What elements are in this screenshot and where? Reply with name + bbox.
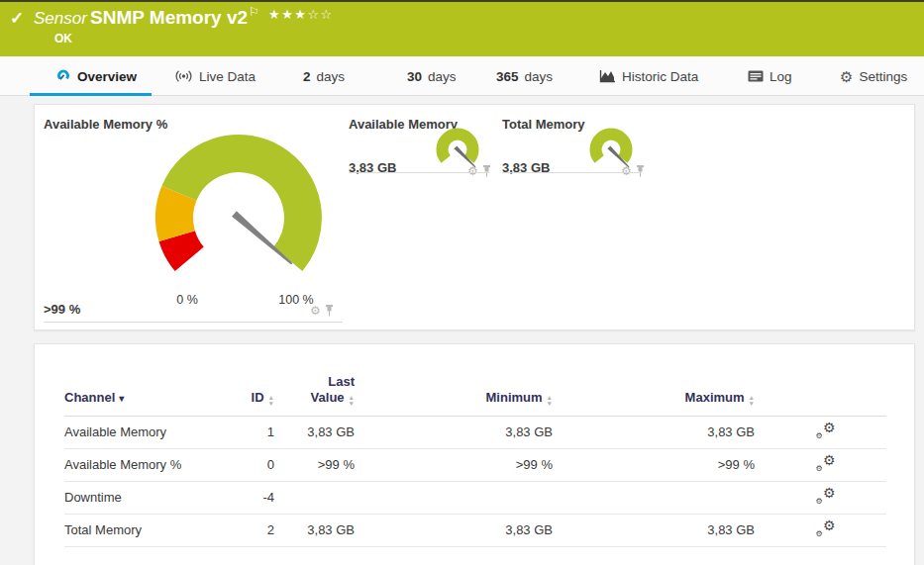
gauges-card: Available Memory % 0 % 100 % >99 % ⚙ Ava…: [34, 104, 915, 330]
tab-bar: Overview Live Data 2 days 30 days 365 da…: [0, 56, 924, 96]
status-badge: OK: [54, 32, 72, 46]
cell-minimum: 3,83 GB: [355, 514, 553, 546]
tab-overview[interactable]: Overview: [55, 56, 137, 96]
tab-historic-data[interactable]: Historic Data: [599, 56, 698, 96]
gauge-zone-red: [177, 236, 190, 259]
sort-icon: ▲▼: [547, 395, 553, 406]
tab-2-days[interactable]: 2 days: [303, 56, 345, 96]
sorted-desc-icon: ▾: [119, 393, 124, 404]
channel-row: Available Memory % 0 >99 % >99 % >99 %: [64, 448, 886, 481]
tab-settings[interactable]: ⚙ Settings: [840, 56, 907, 96]
channel-settings-icon[interactable]: [816, 422, 836, 439]
flag-icon[interactable]: ⚐: [249, 5, 259, 19]
sensor-title: SNMP Memory v2: [90, 7, 248, 29]
cell-channel: Available Memory %: [64, 448, 203, 481]
cell-actions: [755, 514, 886, 546]
cell-maximum: 3,83 GB: [553, 416, 755, 448]
live-data-icon: [174, 69, 193, 83]
header-actions: [755, 374, 886, 416]
cell-minimum: 3,83 GB: [355, 416, 553, 448]
tab-live-data[interactable]: Live Data: [174, 56, 256, 96]
tab-30-days[interactable]: 30 days: [407, 56, 457, 96]
cell-maximum: [553, 481, 755, 514]
header-id[interactable]: ID▲▼: [203, 374, 274, 416]
gauge-icon: [55, 68, 71, 84]
main-panel-actions: ⚙: [310, 305, 334, 317]
available-memory-percent-gauge: [150, 130, 328, 298]
panel-gear-icon[interactable]: ⚙: [467, 165, 478, 177]
priority-stars[interactable]: ★★★☆☆: [268, 7, 334, 22]
sensor-header: ✓ Sensor SNMP Memory v2 ⚐ ★★★☆☆ OK: [0, 0, 924, 56]
tab-365-days[interactable]: 365 days: [496, 56, 553, 96]
cell-last-value: >99 %: [274, 448, 355, 481]
cell-id: -4: [203, 481, 274, 514]
cell-channel: Downtime: [64, 481, 203, 514]
channel-settings-icon[interactable]: [816, 454, 836, 472]
channels-card: Channel▾ ID▲▼ Last Value▲▼ Minimum▲▼ Max…: [34, 343, 915, 565]
settings-gear-icon: ⚙: [840, 69, 853, 84]
header-maximum[interactable]: Maximum▲▼: [553, 374, 755, 416]
cell-last-value: [274, 481, 355, 514]
total-panel-actions: ⚙: [621, 165, 645, 177]
total-memory-title: Total Memory: [502, 117, 585, 132]
panel-divider: [44, 322, 343, 323]
panel-divider: [502, 172, 642, 173]
active-tab-underline: [30, 93, 152, 96]
cell-id: 0: [203, 448, 274, 481]
channel-row: Available Memory 1 3,83 GB 3,83 GB 3,83 …: [64, 416, 886, 448]
gauge-min-label: 0 %: [169, 293, 205, 307]
available-panel-actions: ⚙: [467, 165, 491, 177]
channels-table: Channel▾ ID▲▼ Last Value▲▼ Minimum▲▼ Max…: [64, 374, 886, 547]
panel-gear-icon[interactable]: ⚙: [621, 165, 632, 177]
cell-actions: [755, 448, 886, 481]
header-last-value[interactable]: Last Value▲▼: [274, 374, 355, 416]
sort-icon: ▲▼: [268, 395, 274, 406]
channel-settings-icon[interactable]: [816, 487, 836, 505]
cell-maximum: >99 %: [553, 448, 755, 481]
panel-divider: [349, 172, 489, 173]
header-channel[interactable]: Channel▾: [64, 374, 203, 416]
pin-icon[interactable]: [482, 165, 491, 177]
cell-actions: [755, 481, 886, 514]
gauge-zone-yellow: [174, 193, 179, 235]
pin-icon[interactable]: [325, 305, 334, 317]
cell-minimum: >99 %: [355, 448, 553, 481]
header-minimum[interactable]: Minimum▲▼: [355, 374, 553, 416]
historic-chart-icon: [599, 69, 616, 83]
channel-row: Total Memory 2 3,83 GB 3,83 GB 3,83 GB: [64, 514, 886, 546]
cell-channel: Available Memory: [64, 416, 203, 448]
object-kind-label: Sensor: [34, 9, 87, 29]
cell-actions: [755, 416, 886, 448]
cell-maximum: 3,83 GB: [553, 514, 755, 546]
main-gauge-value: >99 %: [44, 302, 80, 317]
status-check-icon: ✓: [10, 8, 24, 29]
cell-id: 1: [203, 416, 274, 448]
channel-row: Downtime -4: [64, 481, 886, 514]
cell-last-value: 3,83 GB: [274, 416, 355, 448]
sort-icon: ▲▼: [349, 395, 355, 406]
cell-minimum: [355, 481, 553, 514]
cell-id: 2: [203, 514, 274, 546]
cell-channel: Total Memory: [64, 514, 203, 546]
channel-settings-icon[interactable]: [816, 519, 836, 537]
panel-gear-icon[interactable]: ⚙: [310, 305, 321, 317]
sort-icon: ▲▼: [749, 395, 755, 406]
cell-last-value: 3,83 GB: [274, 514, 355, 546]
pin-icon[interactable]: [636, 165, 645, 177]
tab-log[interactable]: Log: [748, 56, 792, 96]
log-icon: [748, 70, 764, 82]
